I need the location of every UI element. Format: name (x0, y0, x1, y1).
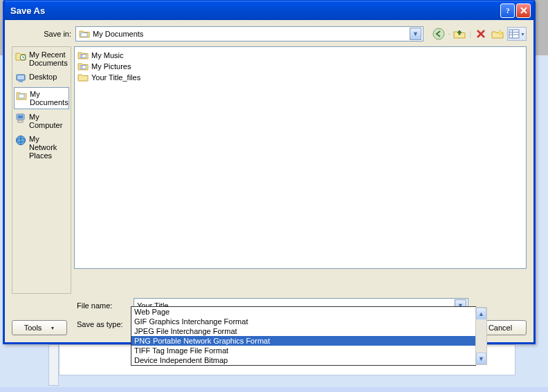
file-item-label: My Pictures (91, 62, 131, 71)
svg-rect-10 (19, 81, 23, 82)
places-bar: My Recent DocumentsDesktopMy DocumentsMy… (12, 46, 71, 294)
cancel-label: Cancel (488, 324, 512, 332)
save-in-row: Save in: My Documents ▼ · | (12, 26, 527, 42)
svg-rect-22 (81, 68, 83, 68)
save-as-dialog: Save As ? Save in: My Documents ▼ · (3, 0, 536, 344)
svg-rect-20 (80, 66, 86, 69)
recent-icon (15, 50, 26, 62)
places-item[interactable]: My Network Places (14, 133, 69, 162)
scroll-down-icon[interactable]: ▼ (476, 353, 486, 364)
mycomputer-icon (15, 113, 26, 124)
dialog-titlebar[interactable]: Save As ? (5, 1, 533, 20)
svg-rect-13 (18, 115, 24, 119)
places-item[interactable]: Desktop (14, 71, 69, 86)
scroll-up-icon[interactable]: ▲ (476, 308, 486, 319)
file-item[interactable]: My Pictures (77, 61, 523, 72)
close-button[interactable] (516, 3, 531, 18)
places-item[interactable]: My Documents (14, 87, 69, 109)
svg-rect-3 (509, 30, 519, 38)
save-in-combo[interactable]: My Documents ▼ (75, 26, 423, 41)
separator-icon: | (469, 30, 471, 38)
file-item-label: My Music (91, 51, 123, 59)
svg-rect-11 (19, 94, 24, 98)
svg-rect-14 (18, 120, 23, 122)
new-folder-button[interactable] (491, 27, 504, 41)
filename-label: File name: (77, 301, 129, 310)
savetype-option[interactable]: Web Page (131, 307, 475, 317)
savetype-label: Save as type: (77, 320, 129, 328)
svg-text:?: ? (506, 6, 510, 15)
places-item[interactable]: My Recent Documents (14, 48, 69, 69)
views-button[interactable]: ▼ (507, 27, 527, 41)
file-item[interactable]: Your Title_files (77, 72, 523, 83)
file-item[interactable]: My Music (77, 50, 523, 61)
places-item-label: My Network Places (29, 135, 68, 160)
places-item[interactable]: My Computer (14, 111, 69, 131)
folder-icon (79, 29, 90, 39)
main-area: My Recent DocumentsDesktopMy DocumentsMy… (12, 46, 527, 294)
savetype-dropdown[interactable]: ▲ ▼ Web PageGIF Graphics Interchange For… (131, 306, 476, 366)
folder-icon (77, 73, 89, 82)
network-icon (15, 135, 26, 146)
dialog-toolbar: · | ▼ (428, 27, 527, 41)
savetype-option[interactable]: Device Independent Bitmap (131, 355, 475, 365)
svg-rect-1 (81, 33, 87, 37)
svg-point-2 (433, 28, 444, 39)
places-item-label: My Documents (30, 90, 68, 106)
svg-rect-19 (81, 57, 83, 57)
svg-rect-21 (81, 66, 83, 67)
folder-special-icon (77, 50, 89, 60)
tools-button[interactable]: Tools ▼ (12, 320, 67, 335)
save-in-value: My Documents (93, 30, 407, 38)
savetype-option[interactable]: JPEG File Interchange Format (131, 326, 475, 336)
chevron-down-icon: ▼ (50, 326, 55, 330)
dropdown-scrollbar[interactable]: ▲ ▼ (475, 307, 487, 365)
delete-button[interactable] (474, 27, 488, 41)
savetype-option[interactable]: PNG Portable Network Graphics Format (131, 336, 475, 346)
background-ruler (48, 344, 59, 386)
svg-rect-17 (80, 55, 86, 58)
dialog-body: Save in: My Documents ▼ · | (5, 20, 533, 342)
places-item-label: Desktop (29, 73, 57, 81)
save-in-label: Save in: (30, 30, 71, 38)
places-item-label: My Computer (29, 113, 68, 129)
file-item-label: Your Title_files (91, 73, 140, 82)
dialog-title: Save As (10, 6, 499, 16)
svg-rect-18 (81, 55, 83, 56)
savetype-option[interactable]: TIFF Tag Image File Format (131, 346, 475, 355)
tools-label: Tools (24, 324, 42, 332)
file-list[interactable]: My MusicMy PicturesYour Title_files (74, 46, 527, 269)
folder-special-icon (77, 62, 89, 71)
chevron-down-icon[interactable]: ▼ (410, 28, 421, 40)
places-item-label: My Recent Documents (29, 50, 68, 67)
desktop-icon (15, 73, 26, 84)
mydocs-icon (16, 90, 27, 101)
help-button[interactable]: ? (500, 3, 515, 18)
separator-icon: · (448, 31, 450, 37)
savetype-option[interactable]: GIF Graphics Interchange Format (131, 317, 475, 326)
svg-rect-9 (17, 75, 24, 80)
back-button[interactable] (432, 27, 446, 41)
up-one-level-button[interactable] (453, 27, 466, 41)
